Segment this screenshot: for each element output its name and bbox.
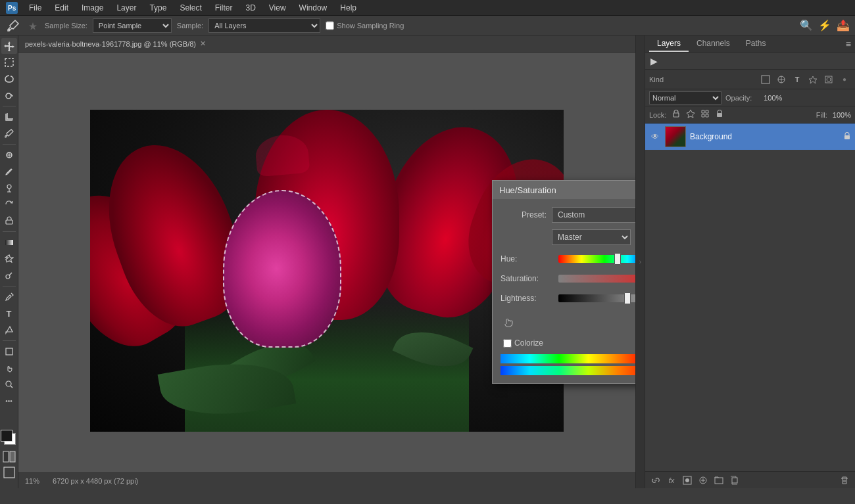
- lightness-slider-container[interactable]: [558, 291, 635, 306]
- svg-rect-27: [715, 478, 723, 484]
- hue-slider-track[interactable]: [558, 255, 635, 263]
- preset-select[interactable]: Custom Default: [552, 207, 635, 223]
- fill-value[interactable]: 100%: [833, 111, 851, 119]
- adjustment-layer-icon[interactable]: [775, 73, 788, 86]
- opacity-value[interactable]: 100%: [756, 94, 782, 102]
- menu-help[interactable]: Help: [335, 2, 362, 14]
- lock-pixels-icon[interactable]: [672, 109, 681, 120]
- panel-collapse-handle[interactable]: ›: [635, 35, 645, 488]
- shape-tool[interactable]: [1, 344, 17, 359]
- gradient-tool[interactable]: [1, 235, 17, 250]
- marquee-tool[interactable]: [1, 55, 17, 70]
- clone-stamp-tool[interactable]: [1, 180, 17, 196]
- smart-object-icon[interactable]: [822, 73, 835, 86]
- pixel-layer-icon[interactable]: [759, 73, 772, 86]
- hand-tool[interactable]: [1, 360, 17, 376]
- layer-mask-icon[interactable]: [681, 474, 694, 487]
- menu-type[interactable]: Type: [144, 2, 172, 14]
- colorize-checkbox[interactable]: [503, 339, 512, 348]
- lock-artboard-icon[interactable]: [700, 109, 710, 120]
- selected-tulip[interactable]: [223, 190, 341, 348]
- layer-link-icon[interactable]: [649, 474, 662, 487]
- quick-select-tool[interactable]: [1, 87, 17, 103]
- spectrum-bars: [501, 354, 635, 375]
- layer-item-background[interactable]: 👁 Background: [645, 124, 855, 150]
- new-group-icon[interactable]: [712, 474, 725, 487]
- tab-paths[interactable]: Paths: [738, 36, 774, 52]
- menu-select[interactable]: Select: [174, 2, 207, 14]
- hue-slider-thumb[interactable]: [614, 253, 621, 265]
- colorize-text: Colorize: [514, 338, 543, 348]
- shape-layer-icon[interactable]: [806, 73, 819, 86]
- show-sampling-checkbox[interactable]: [326, 18, 334, 33]
- colorize-checkbox-label[interactable]: Colorize: [503, 338, 543, 348]
- play-button[interactable]: ▶: [650, 56, 658, 66]
- menu-image[interactable]: Image: [76, 2, 109, 14]
- tab-layers[interactable]: Layers: [649, 36, 689, 52]
- menu-view[interactable]: View: [264, 2, 291, 14]
- hue-slider-container[interactable]: [558, 252, 635, 266]
- menu-layer[interactable]: Layer: [111, 2, 141, 14]
- type-layer-icon[interactable]: T: [791, 73, 804, 86]
- dodge-tool[interactable]: [1, 267, 17, 283]
- hand-sample-tool[interactable]: [501, 313, 516, 329]
- layers-list: 👁 Background: [645, 124, 855, 471]
- layer-fx-icon[interactable]: fx: [665, 474, 678, 487]
- pen-tool[interactable]: [1, 289, 17, 305]
- menu-3d[interactable]: 3D: [240, 2, 260, 14]
- menu-filter[interactable]: Filter: [210, 2, 238, 14]
- crop-tool[interactable]: [1, 109, 17, 125]
- lightness-slider-thumb[interactable]: [624, 292, 631, 304]
- menu-edit[interactable]: Edit: [49, 2, 74, 14]
- show-sampling-label[interactable]: Show Sampling Ring: [326, 18, 404, 33]
- tool-options-icon: [26, 19, 39, 32]
- move-tool[interactable]: [1, 38, 17, 54]
- new-adjustment-layer-icon[interactable]: [696, 474, 710, 487]
- adjust-icon[interactable]: ⚡: [818, 19, 831, 32]
- search-icon[interactable]: 🔍: [800, 19, 813, 32]
- eyedropper-tool[interactable]: [1, 126, 17, 141]
- menu-window[interactable]: Window: [294, 2, 333, 14]
- panel-menu-icon[interactable]: ≡: [846, 39, 851, 49]
- dialog-title-bar[interactable]: Hue/Saturation ✕: [493, 181, 635, 199]
- hue-saturation-dialog[interactable]: Hue/Saturation ✕ Preset: Custom Defau: [492, 180, 635, 384]
- path-selection-tool[interactable]: [1, 322, 17, 338]
- saturation-slider-container[interactable]: [558, 271, 635, 286]
- delete-layer-icon[interactable]: [838, 474, 851, 487]
- layers-bottom-left: fx: [649, 474, 741, 487]
- blur-tool[interactable]: [1, 251, 17, 267]
- tab-close-btn[interactable]: ✕: [200, 39, 206, 48]
- quick-mask-mode[interactable]: [3, 451, 16, 463]
- svg-point-6: [7, 185, 11, 189]
- share-icon[interactable]: 📤: [837, 19, 850, 32]
- saturation-slider-track[interactable]: [558, 275, 635, 283]
- type-tool[interactable]: T: [1, 306, 17, 321]
- menu-file[interactable]: File: [24, 2, 47, 14]
- more-tools[interactable]: •••: [1, 393, 17, 409]
- selected-tulip-body: [223, 190, 341, 348]
- lightness-label: Lightness:: [501, 294, 553, 303]
- lasso-tool[interactable]: [1, 71, 17, 87]
- brush-tool[interactable]: [1, 164, 17, 179]
- layer-locked-icon: [843, 132, 851, 142]
- filter-icon[interactable]: ●: [838, 73, 851, 86]
- eraser-tool[interactable]: [1, 213, 17, 229]
- svg-rect-14: [4, 467, 14, 478]
- sample-size-select[interactable]: Point Sample 3 by 3 Average 5 by 5 Avera…: [93, 18, 172, 33]
- healing-brush-tool[interactable]: [1, 147, 17, 163]
- lock-all-icon[interactable]: [715, 109, 724, 120]
- zoom-level: 11%: [25, 477, 39, 485]
- sample-select[interactable]: All Layers Current Layer: [208, 18, 320, 33]
- history-brush-tool[interactable]: [1, 196, 17, 212]
- channel-select[interactable]: Master Reds Yellows Greens Cyans Blues M…: [552, 229, 631, 245]
- foreground-color-swatch[interactable]: [1, 430, 12, 442]
- right-panel: Layers Channels Paths ≡ ▶ Kind: [645, 35, 855, 488]
- zoom-tool[interactable]: [1, 377, 17, 392]
- tab-channels[interactable]: Channels: [689, 36, 738, 52]
- new-layer-icon[interactable]: [728, 474, 741, 487]
- screen-mode-button[interactable]: [3, 467, 15, 480]
- layer-visibility-toggle[interactable]: 👁: [649, 131, 661, 143]
- lock-position-icon[interactable]: [686, 109, 695, 120]
- lightness-slider-track[interactable]: [558, 294, 635, 302]
- blend-mode-select[interactable]: Normal Multiply Screen Overlay: [649, 91, 721, 104]
